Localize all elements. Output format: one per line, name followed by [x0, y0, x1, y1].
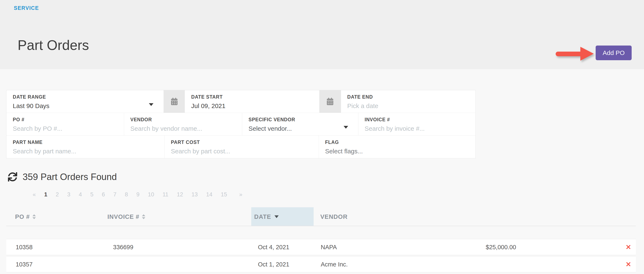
add-po-button[interactable]: Add PO: [596, 46, 632, 60]
part-orders-page: SERVICE Part Orders Add PO DATE RANGE La…: [0, 0, 644, 274]
date-start-calendar-button[interactable]: [164, 90, 185, 113]
pagination-page-8[interactable]: 8: [125, 191, 128, 198]
date-range-select[interactable]: DATE RANGE Last 90 Days: [6, 90, 164, 113]
table-row[interactable]: 10358 336699 Oct 4, 2021 NAPA $25,000.00…: [6, 239, 636, 255]
refresh-icon[interactable]: [8, 172, 17, 182]
cell-invoice: 336699: [113, 244, 133, 250]
column-header-invoice[interactable]: INVOICE #: [108, 213, 145, 220]
specific-vendor-value: Select vendor...: [248, 125, 352, 132]
date-end-label: DATE END: [347, 94, 469, 100]
column-header-date[interactable]: DATE: [254, 213, 279, 220]
column-header-date-label: DATE: [254, 213, 271, 220]
vendor-label: VENDOR: [130, 117, 236, 122]
flag-select[interactable]: FLAG Select flags...: [319, 135, 476, 158]
table-header-divider: [6, 226, 636, 226]
column-header-po-label: PO #: [15, 213, 30, 220]
part-name-input[interactable]: [13, 148, 150, 155]
cell-vendor: NAPA: [321, 244, 337, 250]
column-header-invoice-label: INVOICE #: [108, 213, 139, 220]
column-header-vendor-label: VENDOR: [320, 213, 348, 220]
pagination-page-10[interactable]: 10: [148, 191, 154, 198]
pagination-page-1[interactable]: 1: [44, 191, 47, 198]
pagination-prev[interactable]: «: [33, 191, 36, 198]
page-title: Part Orders: [18, 38, 89, 52]
date-start-input[interactable]: [191, 102, 306, 109]
part-cost-field[interactable]: PART COST: [164, 135, 319, 158]
cell-po: 10357: [16, 261, 33, 268]
vendor-input[interactable]: [130, 125, 230, 132]
pagination-page-14[interactable]: 14: [206, 191, 212, 198]
delete-icon[interactable]: ✕: [626, 260, 631, 268]
vendor-field[interactable]: VENDOR: [124, 113, 242, 135]
sort-icon: [142, 214, 145, 219]
flag-label: FLAG: [325, 140, 469, 145]
breadcrumb[interactable]: SERVICE: [14, 5, 39, 11]
specific-vendor-label: SPECIFIC VENDOR: [248, 117, 352, 122]
pagination: « 1 2 3 4 5 6 7 8 9 10 11 12 13 14 15 »: [33, 191, 242, 198]
calendar-icon: [171, 98, 178, 105]
part-name-label: PART NAME: [13, 140, 158, 145]
filter-row-parts: PART NAME PART COST FLAG Select flags...: [6, 135, 476, 158]
filter-row-dates: DATE RANGE Last 90 Days DATE START DATE …: [6, 90, 476, 113]
date-start-field[interactable]: DATE START: [185, 90, 319, 113]
specific-vendor-select[interactable]: SPECIFIC VENDOR Select vendor...: [242, 113, 358, 135]
filter-panel: DATE RANGE Last 90 Days DATE START DATE …: [6, 90, 476, 158]
part-name-field[interactable]: PART NAME: [6, 135, 164, 158]
date-end-calendar-button[interactable]: [320, 90, 341, 113]
pagination-page-7[interactable]: 7: [113, 191, 116, 198]
po-number-field[interactable]: PO #: [6, 113, 124, 135]
po-number-input[interactable]: [13, 125, 111, 132]
calendar-icon: [327, 98, 333, 105]
invoice-number-label: INVOICE #: [365, 117, 470, 122]
table-body: 10358 336699 Oct 4, 2021 NAPA $25,000.00…: [6, 239, 636, 273]
table-header: PO # INVOICE # DATE VENDOR: [0, 207, 644, 226]
pagination-page-2[interactable]: 2: [56, 191, 59, 198]
pagination-page-6[interactable]: 6: [102, 191, 105, 198]
delete-icon[interactable]: ✕: [626, 243, 631, 251]
pagination-next[interactable]: »: [239, 191, 242, 198]
invoice-number-input[interactable]: [365, 125, 463, 132]
flag-value: Select flags...: [325, 148, 469, 155]
sort-desc-icon: [274, 215, 279, 218]
cell-vendor: Acme Inc.: [321, 261, 348, 268]
column-header-vendor: VENDOR: [320, 213, 348, 220]
pagination-page-12[interactable]: 12: [177, 191, 183, 198]
date-start-label: DATE START: [191, 94, 313, 100]
sort-icon: [32, 214, 36, 219]
date-end-input[interactable]: [347, 102, 462, 109]
results-count: 359 Part Orders Found: [22, 172, 117, 182]
pagination-page-9[interactable]: 9: [136, 191, 140, 198]
page-header-band: SERVICE Part Orders Add PO: [0, 0, 644, 69]
cell-date: Oct 4, 2021: [258, 244, 289, 250]
chevron-down-icon: [149, 103, 154, 106]
part-cost-label: PART COST: [171, 140, 312, 145]
pagination-page-3[interactable]: 3: [67, 191, 70, 198]
column-header-po[interactable]: PO #: [15, 213, 36, 220]
annotation-arrow-icon: [555, 46, 594, 61]
table-row[interactable]: 10357 Oct 1, 2021 Acme Inc. ✕: [6, 256, 636, 272]
cell-date: Oct 1, 2021: [258, 261, 289, 268]
part-cost-input[interactable]: [171, 148, 304, 155]
cell-amount: $25,000.00: [486, 244, 516, 250]
pagination-page-4[interactable]: 4: [79, 191, 82, 198]
cell-po: 10358: [16, 244, 33, 250]
results-summary: 359 Part Orders Found: [8, 172, 117, 182]
filter-row-identifiers: PO # VENDOR SPECIFIC VENDOR Select vendo…: [6, 113, 476, 135]
date-range-value: Last 90 Days: [13, 102, 157, 109]
po-number-label: PO #: [13, 117, 118, 122]
pagination-page-13[interactable]: 13: [191, 191, 198, 198]
invoice-number-field[interactable]: INVOICE #: [358, 113, 476, 135]
date-end-field[interactable]: DATE END: [341, 90, 476, 113]
chevron-down-icon: [344, 126, 348, 128]
pagination-page-5[interactable]: 5: [90, 191, 94, 198]
pagination-page-15[interactable]: 15: [221, 191, 227, 198]
pagination-page-11[interactable]: 11: [162, 191, 168, 198]
date-range-label: DATE RANGE: [13, 94, 157, 100]
